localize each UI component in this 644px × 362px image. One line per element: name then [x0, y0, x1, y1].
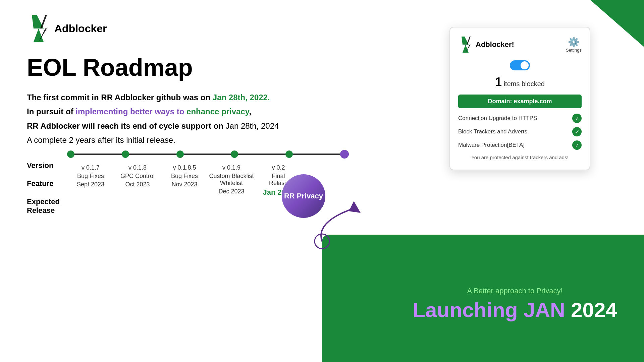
tagline-sub: A Better approach to Privacy!	[413, 287, 617, 295]
release-1: Sept 2023	[77, 181, 104, 188]
timeline-row-labels: Version Feature ExpectedRelease	[27, 161, 60, 215]
timeline-dot-2	[122, 150, 129, 158]
timeline-dot-3	[176, 150, 184, 158]
page-title: EOL Roadmap	[27, 54, 279, 81]
description: The first commit in RR Adblocker github …	[27, 91, 279, 147]
version-1: v 0.1.7	[82, 164, 100, 171]
plugin-logo-text: Adblocker!	[476, 40, 514, 49]
domain-bar: Domain: example.com	[458, 95, 582, 108]
check-icon-3: ✓	[572, 140, 582, 150]
release-2: Oct 2023	[125, 181, 150, 188]
feature-row-3: Malware Protection[BETA] ✓	[458, 140, 582, 150]
timeline-dots	[67, 150, 349, 159]
release-4: Dec 2023	[218, 188, 244, 195]
svg-marker-3	[349, 201, 361, 213]
row-label-release: ExpectedRelease	[27, 197, 60, 215]
version-5: v 0.2	[272, 164, 285, 171]
feature-row-1: Connection Upgrade to HTTPS ✓	[458, 114, 582, 123]
gear-icon: ⚙️	[568, 37, 580, 48]
main-content: EOL Roadmap The first commit in RR Adblo…	[27, 54, 279, 148]
timeline-item-3: v 0.1.8.5 Bug Fixes Nov 2023	[161, 164, 208, 197]
feature-4: Custom BlacklistWhitelist	[209, 173, 254, 187]
corner-decoration	[590, 0, 644, 47]
tagline-part1: Launching JAN	[413, 298, 565, 321]
timeline-item-4: v 0.1.9 Custom BlacklistWhitelist Dec 20…	[208, 164, 255, 197]
check-icon-1: ✓	[572, 114, 582, 123]
plugin-card-logo: Adblocker!	[458, 36, 514, 54]
timeline-item-2: v 0.1.8 GPC Control Oct 2023	[114, 164, 161, 197]
desc-line3: RR Adblocker will reach its end of cycle…	[27, 120, 279, 132]
enable-toggle[interactable]	[510, 60, 530, 70]
tagline-part2: 2024	[571, 298, 617, 321]
timeline-dot-1	[67, 150, 74, 158]
feature-label-3: Malware Protection[BETA]	[458, 142, 525, 148]
desc-line1: The first commit in RR Adblocker github …	[27, 91, 279, 104]
blocked-count: 1	[495, 75, 502, 89]
header: Adblocker	[27, 13, 107, 44]
timeline-line	[67, 151, 349, 158]
logo-text: Adblocker	[54, 22, 107, 35]
timeline-dot-4	[231, 150, 238, 158]
feature-2: GPC Control	[120, 173, 155, 180]
version-2: v 0.1.8	[128, 164, 147, 171]
row-label-feature: Feature	[27, 179, 60, 188]
row-label-version: Version	[27, 161, 60, 170]
feature-1: Bug Fixes	[77, 173, 104, 180]
settings-button[interactable]: ⚙️ Settings	[566, 37, 582, 53]
bottom-tagline: A Better approach to Privacy! Launching …	[413, 287, 617, 322]
timeline-dot-5	[285, 150, 293, 158]
blocked-label: items blocked	[504, 80, 545, 87]
protection-text: You are protected against trackers and a…	[458, 154, 582, 162]
desc-line4: A complete 2 years after its initial rel…	[27, 134, 279, 146]
timeline-dot-6	[340, 150, 349, 159]
version-4: v 0.1.9	[222, 164, 240, 171]
items-blocked: 1 items blocked	[458, 75, 582, 89]
rr-logo-icon	[27, 13, 50, 44]
feature-row-2: Block Trackers and Adverts ✓	[458, 127, 582, 136]
toggle-container	[458, 60, 582, 70]
plugin-logo-icon	[458, 36, 473, 54]
desc-line2: In pursuit of implementing better ways t…	[27, 105, 279, 118]
check-icon-2: ✓	[572, 127, 582, 136]
tagline-main: Launching JAN 2024	[413, 298, 617, 322]
plugin-card-header: Adblocker! ⚙️ Settings	[458, 36, 582, 54]
arrow-svg	[302, 194, 376, 261]
settings-label: Settings	[566, 48, 582, 53]
feature-3: Bug Fixes	[171, 173, 198, 180]
plugin-card: Adblocker! ⚙️ Settings 1 items blocked D…	[449, 27, 590, 170]
version-3: v 0.1.8.5	[173, 164, 196, 171]
timeline-item-1: v 0.1.7 Bug Fixes Sept 2023	[67, 164, 114, 197]
feature-label-2: Block Trackers and Adverts	[458, 128, 527, 135]
feature-label-1: Connection Upgrade to HTTPS	[458, 115, 537, 122]
release-3: Nov 2023	[171, 181, 197, 188]
